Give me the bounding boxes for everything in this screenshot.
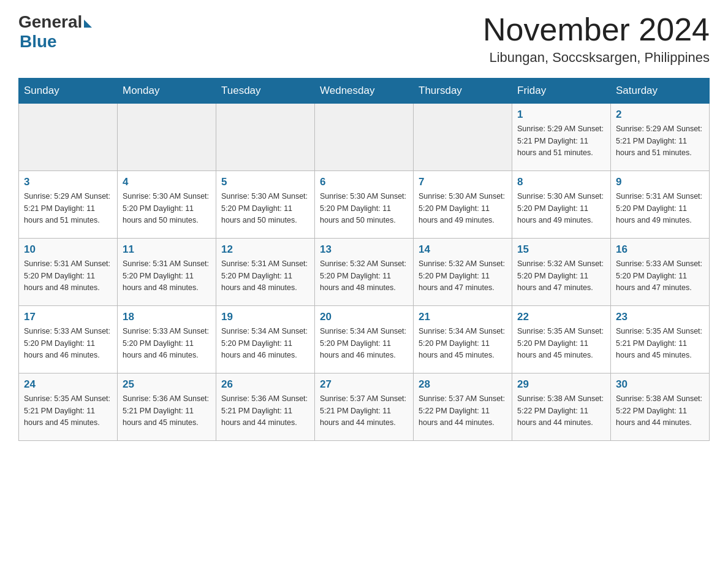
title-area: November 2024 Libungan, Soccsksargen, Ph…	[483, 12, 710, 66]
logo-blue-text: Blue	[20, 32, 57, 51]
day-number: 21	[419, 311, 507, 323]
day-number: 11	[123, 243, 211, 256]
table-row: 5Sunrise: 5:30 AM Sunset: 5:20 PM Daylig…	[216, 171, 315, 239]
day-info: Sunrise: 5:31 AM Sunset: 5:20 PM Dayligh…	[24, 258, 112, 294]
day-number: 16	[616, 243, 704, 256]
table-row: 27Sunrise: 5:37 AM Sunset: 5:21 PM Dayli…	[315, 373, 414, 441]
day-number: 27	[320, 378, 408, 391]
day-number: 8	[517, 176, 605, 188]
day-number: 29	[517, 378, 605, 391]
day-info: Sunrise: 5:33 AM Sunset: 5:20 PM Dayligh…	[24, 326, 112, 361]
day-info: Sunrise: 5:32 AM Sunset: 5:20 PM Dayligh…	[419, 258, 507, 294]
day-number: 26	[221, 378, 309, 391]
day-info: Sunrise: 5:34 AM Sunset: 5:20 PM Dayligh…	[320, 326, 408, 361]
day-info: Sunrise: 5:36 AM Sunset: 5:21 PM Dayligh…	[221, 393, 309, 429]
day-number: 20	[320, 311, 408, 323]
day-number: 28	[419, 378, 507, 391]
table-row: 26Sunrise: 5:36 AM Sunset: 5:21 PM Dayli…	[216, 373, 315, 441]
day-number: 6	[320, 176, 408, 188]
table-row: 22Sunrise: 5:35 AM Sunset: 5:20 PM Dayli…	[512, 306, 611, 373]
table-row: 16Sunrise: 5:33 AM Sunset: 5:20 PM Dayli…	[611, 239, 710, 306]
table-row: 6Sunrise: 5:30 AM Sunset: 5:20 PM Daylig…	[315, 171, 414, 239]
day-info: Sunrise: 5:30 AM Sunset: 5:20 PM Dayligh…	[320, 191, 408, 226]
table-row: 24Sunrise: 5:35 AM Sunset: 5:21 PM Dayli…	[19, 373, 118, 441]
col-header-friday: Friday	[512, 79, 611, 104]
day-info: Sunrise: 5:31 AM Sunset: 5:20 PM Dayligh…	[616, 191, 704, 226]
col-header-sunday: Sunday	[19, 79, 118, 104]
page-header: General Blue November 2024 Libungan, Soc…	[18, 12, 710, 66]
day-number: 5	[221, 176, 309, 188]
table-row	[19, 104, 118, 171]
day-info: Sunrise: 5:32 AM Sunset: 5:20 PM Dayligh…	[517, 258, 605, 294]
table-row: 12Sunrise: 5:31 AM Sunset: 5:20 PM Dayli…	[216, 239, 315, 306]
month-title: November 2024	[483, 12, 710, 47]
logo-top: General	[18, 12, 92, 32]
day-info: Sunrise: 5:30 AM Sunset: 5:20 PM Dayligh…	[419, 191, 507, 226]
table-row: 14Sunrise: 5:32 AM Sunset: 5:20 PM Dayli…	[414, 239, 512, 306]
day-number: 18	[123, 311, 211, 323]
day-info: Sunrise: 5:29 AM Sunset: 5:21 PM Dayligh…	[616, 123, 704, 159]
day-number: 17	[24, 311, 112, 323]
day-info: Sunrise: 5:30 AM Sunset: 5:20 PM Dayligh…	[221, 191, 309, 226]
day-info: Sunrise: 5:33 AM Sunset: 5:20 PM Dayligh…	[616, 258, 704, 294]
table-row: 15Sunrise: 5:32 AM Sunset: 5:20 PM Dayli…	[512, 239, 611, 306]
day-number: 10	[24, 243, 112, 256]
location-title: Libungan, Soccsksargen, Philippines	[483, 50, 710, 66]
day-info: Sunrise: 5:33 AM Sunset: 5:20 PM Dayligh…	[123, 326, 211, 361]
day-info: Sunrise: 5:35 AM Sunset: 5:21 PM Dayligh…	[616, 326, 704, 361]
table-row: 8Sunrise: 5:30 AM Sunset: 5:20 PM Daylig…	[512, 171, 611, 239]
calendar-week-row: 1Sunrise: 5:29 AM Sunset: 5:21 PM Daylig…	[19, 104, 710, 171]
logo-general-text: General	[18, 12, 82, 32]
calendar-header-row: Sunday Monday Tuesday Wednesday Thursday…	[19, 79, 710, 104]
table-row: 30Sunrise: 5:38 AM Sunset: 5:22 PM Dayli…	[611, 373, 710, 441]
day-info: Sunrise: 5:31 AM Sunset: 5:20 PM Dayligh…	[221, 258, 309, 294]
day-number: 15	[517, 243, 605, 256]
day-info: Sunrise: 5:34 AM Sunset: 5:20 PM Dayligh…	[419, 326, 507, 361]
day-info: Sunrise: 5:37 AM Sunset: 5:22 PM Dayligh…	[419, 393, 507, 429]
table-row: 25Sunrise: 5:36 AM Sunset: 5:21 PM Dayli…	[118, 373, 216, 441]
table-row: 17Sunrise: 5:33 AM Sunset: 5:20 PM Dayli…	[19, 306, 118, 373]
day-number: 12	[221, 243, 309, 256]
table-row: 2Sunrise: 5:29 AM Sunset: 5:21 PM Daylig…	[611, 104, 710, 171]
day-number: 14	[419, 243, 507, 256]
table-row	[414, 104, 512, 171]
calendar-week-row: 3Sunrise: 5:29 AM Sunset: 5:21 PM Daylig…	[19, 171, 710, 239]
day-info: Sunrise: 5:35 AM Sunset: 5:21 PM Dayligh…	[24, 393, 112, 429]
table-row: 3Sunrise: 5:29 AM Sunset: 5:21 PM Daylig…	[19, 171, 118, 239]
table-row: 4Sunrise: 5:30 AM Sunset: 5:20 PM Daylig…	[118, 171, 216, 239]
table-row: 23Sunrise: 5:35 AM Sunset: 5:21 PM Dayli…	[611, 306, 710, 373]
day-number: 7	[419, 176, 507, 188]
table-row: 19Sunrise: 5:34 AM Sunset: 5:20 PM Dayli…	[216, 306, 315, 373]
day-info: Sunrise: 5:29 AM Sunset: 5:21 PM Dayligh…	[517, 123, 605, 159]
table-row: 9Sunrise: 5:31 AM Sunset: 5:20 PM Daylig…	[611, 171, 710, 239]
calendar-week-row: 24Sunrise: 5:35 AM Sunset: 5:21 PM Dayli…	[19, 373, 710, 441]
day-info: Sunrise: 5:30 AM Sunset: 5:20 PM Dayligh…	[123, 191, 211, 226]
day-number: 24	[24, 378, 112, 391]
calendar-table: Sunday Monday Tuesday Wednesday Thursday…	[18, 78, 710, 441]
table-row: 21Sunrise: 5:34 AM Sunset: 5:20 PM Dayli…	[414, 306, 512, 373]
day-number: 13	[320, 243, 408, 256]
calendar-week-row: 17Sunrise: 5:33 AM Sunset: 5:20 PM Dayli…	[19, 306, 710, 373]
logo-blue-row: Blue	[18, 32, 57, 52]
table-row: 7Sunrise: 5:30 AM Sunset: 5:20 PM Daylig…	[414, 171, 512, 239]
table-row: 29Sunrise: 5:38 AM Sunset: 5:22 PM Dayli…	[512, 373, 611, 441]
table-row: 18Sunrise: 5:33 AM Sunset: 5:20 PM Dayli…	[118, 306, 216, 373]
table-row: 20Sunrise: 5:34 AM Sunset: 5:20 PM Dayli…	[315, 306, 414, 373]
day-number: 2	[616, 109, 704, 121]
day-info: Sunrise: 5:30 AM Sunset: 5:20 PM Dayligh…	[517, 191, 605, 226]
col-header-thursday: Thursday	[414, 79, 512, 104]
day-number: 4	[123, 176, 211, 188]
calendar-week-row: 10Sunrise: 5:31 AM Sunset: 5:20 PM Dayli…	[19, 239, 710, 306]
table-row	[118, 104, 216, 171]
table-row: 1Sunrise: 5:29 AM Sunset: 5:21 PM Daylig…	[512, 104, 611, 171]
day-number: 9	[616, 176, 704, 188]
col-header-monday: Monday	[118, 79, 216, 104]
table-row: 28Sunrise: 5:37 AM Sunset: 5:22 PM Dayli…	[414, 373, 512, 441]
table-row: 10Sunrise: 5:31 AM Sunset: 5:20 PM Dayli…	[19, 239, 118, 306]
day-number: 22	[517, 311, 605, 323]
table-row	[216, 104, 315, 171]
table-row: 11Sunrise: 5:31 AM Sunset: 5:20 PM Dayli…	[118, 239, 216, 306]
day-info: Sunrise: 5:32 AM Sunset: 5:20 PM Dayligh…	[320, 258, 408, 294]
day-number: 19	[221, 311, 309, 323]
day-info: Sunrise: 5:34 AM Sunset: 5:20 PM Dayligh…	[221, 326, 309, 361]
